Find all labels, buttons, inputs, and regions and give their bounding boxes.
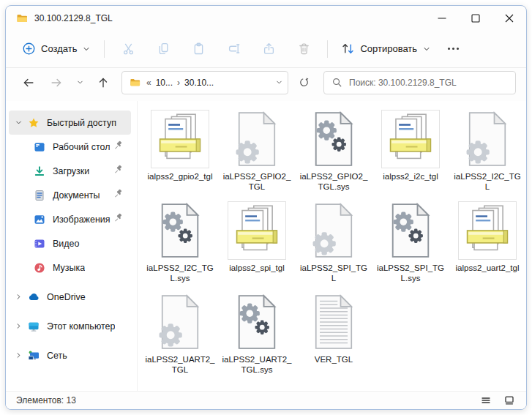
titlebar: 30.100.2129.8_TGL [6, 6, 526, 30]
sidebar-item-downloads[interactable]: Загрузки [9, 159, 131, 183]
cut-icon [121, 42, 135, 56]
details-view-button[interactable] [476, 393, 495, 408]
clipboard-buttons [110, 36, 321, 62]
delete-icon [297, 42, 311, 56]
network-icon [28, 350, 40, 362]
inf-file-icon [304, 201, 363, 260]
file-item[interactable]: iaLPSS2_SPI_TGL.sys [374, 201, 447, 293]
video-icon [34, 238, 45, 250]
cab-file-icon [381, 110, 440, 168]
up-button[interactable] [91, 71, 116, 94]
file-item[interactable]: ialpss2_gpio2_tgl [143, 110, 217, 201]
file-name: ialpss2_uart2_tgl [456, 263, 520, 273]
paste-button[interactable] [181, 36, 216, 62]
sidebar-item-network[interactable]: Сеть [9, 343, 131, 367]
new-button[interactable]: Создать [15, 37, 98, 61]
inf-file-icon [458, 110, 517, 168]
toolbar-separator [327, 40, 328, 58]
large-icons-view-button[interactable] [500, 393, 519, 408]
chevron-icon[interactable] [9, 322, 28, 330]
sidebar-item-music[interactable]: Музыка [9, 255, 131, 280]
sidebar-item-desktop[interactable]: Рабочий стол [9, 135, 131, 159]
star-icon [28, 117, 40, 129]
file-item[interactable]: iaLPSS2_GPIO2_TGL.sys [297, 110, 370, 201]
recent-locations-button[interactable] [72, 71, 88, 94]
plus-circle-icon [22, 42, 36, 56]
back-button[interactable] [16, 71, 41, 94]
sort-button[interactable]: Сортировать [334, 37, 438, 61]
file-item[interactable]: ialpss2_spi_tgl [220, 201, 293, 293]
file-item[interactable]: iaLPSS2_UART2_TGL [143, 293, 217, 384]
delete-button[interactable] [286, 36, 321, 62]
pictures-icon [34, 214, 45, 225]
file-name: ialpss2_spi_tgl [229, 263, 284, 273]
paste-icon [192, 42, 206, 56]
desktop-icon [34, 141, 45, 153]
copy-button[interactable] [146, 36, 181, 62]
sidebar-item-pictures[interactable]: Изображения [9, 207, 131, 231]
chevron-down-icon [422, 45, 431, 53]
breadcrumb-item[interactable]: 30.10... [181, 78, 217, 88]
sidebar-item-documents[interactable]: Документы [9, 183, 131, 207]
txt-file-icon [304, 293, 363, 351]
address-bar[interactable]: « 10... › 30.10... [121, 71, 288, 94]
new-button-label: Создать [41, 43, 77, 54]
view-toggles [476, 393, 519, 408]
cab-file-icon [228, 201, 286, 260]
inf-file-icon [228, 110, 286, 168]
search-box [323, 71, 516, 94]
folder-icon [16, 12, 28, 24]
command-bar: Создать Сортировать [6, 30, 526, 68]
maximize-button[interactable] [459, 6, 492, 30]
pin-icon [113, 165, 124, 175]
toolbar-separator [104, 40, 105, 58]
forward-button[interactable] [44, 71, 69, 94]
file-item[interactable]: iaLPSS2_I2C_TGL [451, 110, 524, 201]
cab-file-icon [458, 201, 517, 260]
more-options-button[interactable] [438, 36, 468, 62]
downloads-icon [34, 165, 45, 177]
file-item[interactable]: iaLPSS2_SPI_TGL [297, 201, 370, 293]
file-item[interactable]: ialpss2_uart2_tgl [451, 201, 524, 293]
pin-icon [113, 213, 124, 223]
sidebar-item-video[interactable]: Видео [9, 231, 131, 255]
sidebar-item-onedrive[interactable]: OneDrive [9, 285, 131, 309]
window-title: 30.100.2129.8_TGL [34, 13, 113, 23]
file-name: ialpss2_i2c_tgl [383, 171, 438, 182]
breadcrumb-separator: › [176, 78, 181, 88]
address-dropdown-chevron-icon[interactable] [275, 78, 283, 86]
sys-file-icon [381, 201, 440, 260]
rename-button[interactable] [216, 36, 251, 62]
file-item[interactable]: VER_TGL [297, 293, 370, 384]
file-item[interactable]: iaLPSS2_GPIO2_TGL [220, 110, 293, 201]
file-item[interactable]: iaLPSS2_I2C_TGL.sys [143, 201, 217, 293]
chevron-icon[interactable] [9, 351, 28, 359]
sidebar-item-computer[interactable]: Этот компьютер [9, 314, 131, 338]
close-button[interactable] [492, 6, 526, 30]
share-icon [262, 42, 276, 56]
minimize-button[interactable] [425, 6, 459, 30]
onedrive-icon [28, 291, 40, 303]
refresh-button[interactable] [291, 71, 316, 94]
breadcrumb-overflow[interactable]: « [145, 78, 153, 88]
chevron-icon[interactable] [9, 293, 28, 301]
breadcrumb-item[interactable]: 10... [153, 78, 176, 88]
cut-button[interactable] [110, 36, 146, 62]
documents-icon [34, 190, 45, 201]
file-item[interactable]: ialpss2_i2c_tgl [374, 110, 447, 201]
status-bar: Элементов: 13 [6, 391, 526, 409]
pin-icon [113, 189, 124, 199]
folder-icon [130, 77, 141, 88]
search-input[interactable] [349, 78, 508, 88]
file-name: iaLPSS2_SPI_TGL.sys [375, 263, 446, 283]
music-icon [34, 262, 45, 274]
share-button[interactable] [251, 36, 286, 62]
file-item[interactable]: iaLPSS2_UART2_TGL.sys [220, 293, 293, 384]
chevron-icon[interactable] [9, 119, 28, 127]
sort-button-label: Сортировать [360, 43, 417, 54]
sidebar-item-star[interactable]: Быстрый доступ [9, 111, 131, 135]
file-name: iaLPSS2_GPIO2_TGL.sys [299, 171, 370, 192]
file-name: ialpss2_gpio2_tgl [148, 171, 213, 182]
chevron-down-icon [82, 45, 91, 53]
file-name: iaLPSS2_UART2_TGL [145, 354, 216, 375]
